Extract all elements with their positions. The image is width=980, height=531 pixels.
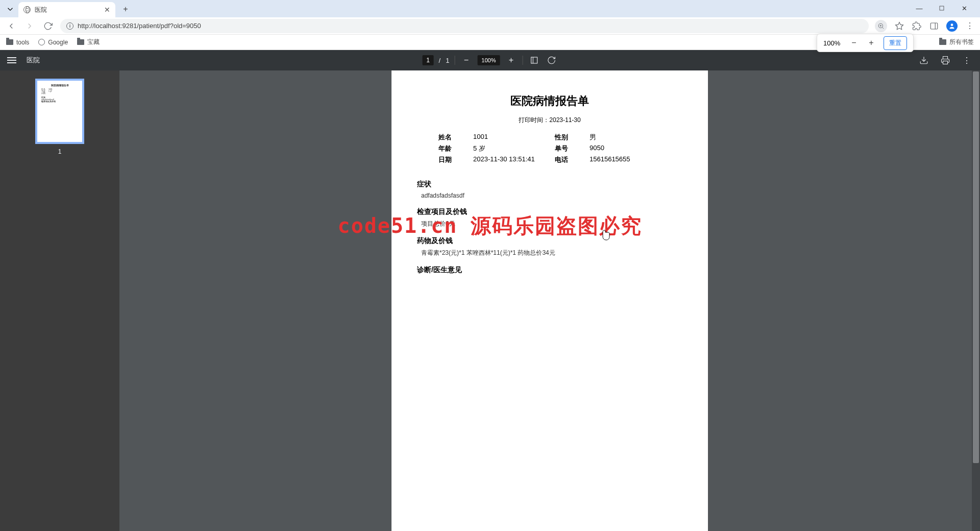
print-time: 打印时间：2023-11-30 [417,116,682,125]
svg-line-2 [882,27,884,29]
hamburger-icon[interactable] [7,57,16,63]
separator [522,56,523,65]
address-bar: i http://localhost:9281/patient/pdf?old=… [0,17,980,35]
pdf-toolbar: 医院 1 / 1 − 100% + ⋮ [0,50,980,70]
bookmark-treasure[interactable]: 宝藏 [77,38,100,46]
page-thumbnail[interactable]: 医院病情报告单 姓名1001 年龄5 岁 日期 症状 adfadsfadsfas… [35,79,84,144]
zoom-popup: 100% − + 重置 [817,34,914,52]
globe-icon [38,39,45,45]
folder-icon [77,39,84,45]
bookmark-google[interactable]: Google [38,39,68,46]
page-number-input[interactable]: 1 [423,55,434,65]
site-info-icon[interactable]: i [66,22,74,30]
zoom-reset-button[interactable]: 重置 [884,36,907,50]
pdf-body: 医院病情报告单 姓名1001 年龄5 岁 日期 症状 adfadsfadsfas… [0,70,980,531]
bookmark-label: 宝藏 [87,38,100,46]
folder-icon [6,39,13,45]
kebab-menu-icon[interactable]: ⋮ [965,21,975,31]
svg-rect-9 [531,57,537,63]
thumbnail-number: 1 [58,148,62,155]
separator [454,56,455,65]
scrollbar-vertical[interactable] [972,70,980,531]
svg-rect-12 [943,61,948,64]
bookmark-label: Google [48,39,68,46]
url-input[interactable]: i http://localhost:9281/patient/pdf?old=… [60,19,869,33]
svg-rect-0 [940,6,944,10]
profile-avatar[interactable] [946,20,958,32]
tab-close-button[interactable]: ✕ [104,6,110,14]
cursor-icon [601,230,610,243]
tab-search-button[interactable] [4,3,16,15]
section-meds: 药物及价钱 青霉素*23(元)*1 苯唑西林*11(元)*1 药物总价34元 [417,236,682,257]
pdf-page: 医院病情报告单 打印时间：2023-11-30 姓名1001 性别男 年龄5 岁… [391,70,708,531]
thumb-title: 医院病情报告单 [41,84,78,87]
url-text: http://localhost:9281/patient/pdf?old=90… [78,22,201,30]
back-button[interactable] [5,20,17,32]
extensions-icon[interactable] [912,21,922,31]
new-tab-button[interactable]: + [118,2,133,16]
bookmark-label: 所有书签 [949,38,974,46]
thumbnail-panel: 医院病情报告单 姓名1001 年龄5 岁 日期 症状 adfadsfadsfas… [0,70,119,531]
patient-info-grid: 姓名1001 性别男 年龄5 岁 单号9050 日期2023-11-30 13:… [438,133,661,164]
zoom-out-button[interactable]: − [460,54,472,66]
print-icon[interactable] [939,54,951,66]
svg-point-8 [951,23,953,26]
svg-rect-6 [930,23,938,29]
zoom-in-button[interactable]: + [505,54,517,66]
pdf-title: 医院 [27,56,40,65]
download-icon[interactable] [918,54,930,66]
fit-page-icon[interactable] [528,54,540,66]
section-exam: 检查项目及价钱 项目总价0元 [417,207,682,228]
zoom-indicator-icon[interactable] [875,20,887,32]
bookmark-all[interactable]: 所有书签 [939,38,974,46]
page-sep: / [439,57,441,64]
bookmark-tools[interactable]: tools [6,39,29,46]
section-symptoms: 症状 adfadsfadsfasdf [417,180,682,199]
minimize-button[interactable]: — [913,3,926,13]
tab-strip: 医院 ✕ + — ✕ [0,0,980,17]
page-total: 1 [446,57,449,64]
forward-button[interactable] [23,20,36,32]
folder-icon [939,39,946,45]
browser-tab[interactable]: 医院 ✕ [18,2,115,17]
tab-title: 医院 [35,6,47,14]
report-title: 医院病情报告单 [417,93,682,109]
more-icon[interactable]: ⋮ [961,54,973,66]
toolbar-icons: ⋮ [875,20,975,32]
rotate-icon[interactable] [545,54,557,66]
scrollbar-thumb[interactable] [973,71,979,463]
window-controls: — ✕ [913,3,976,17]
close-window-button[interactable]: ✕ [958,3,971,13]
zoom-in-button[interactable]: + [866,38,876,48]
section-diagnosis: 诊断/医生意见 [417,266,682,275]
sidepanel-icon[interactable] [929,21,939,31]
maximize-button[interactable] [935,3,948,13]
reload-button[interactable] [42,20,54,32]
zoom-level-input[interactable]: 100% [477,55,500,65]
pdf-viewer: 医院 1 / 1 − 100% + ⋮ [0,50,980,531]
svg-marker-5 [896,22,903,29]
bookmark-star-icon[interactable] [894,21,904,31]
bookmark-label: tools [16,39,29,46]
globe-icon [23,6,31,13]
page-area[interactable]: 医院病情报告单 打印时间：2023-11-30 姓名1001 性别男 年龄5 岁… [119,70,980,531]
zoom-percent: 100% [823,39,842,47]
zoom-out-button[interactable]: − [849,38,859,48]
